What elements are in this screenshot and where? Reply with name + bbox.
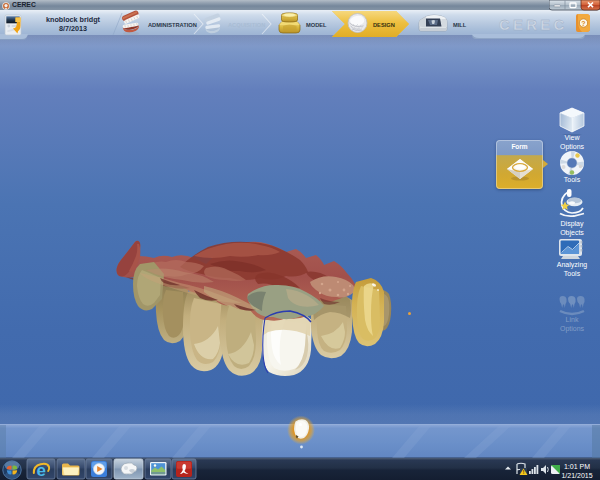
svg-text:ADMINISTRATION: ADMINISTRATION [148,22,197,28]
svg-text:Analyzing: Analyzing [557,261,587,269]
svg-text:Tools: Tools [564,176,581,183]
svg-text:?: ? [581,20,585,27]
svg-text:ACQUISITION: ACQUISITION [228,22,265,28]
svg-text:Options: Options [560,143,585,151]
svg-text:Tools: Tools [564,270,581,277]
svg-text:Link: Link [566,316,579,323]
svg-text:Options: Options [560,325,585,333]
svg-text:MILL: MILL [453,22,467,28]
svg-text:MODEL: MODEL [306,22,327,28]
svg-text:DESIGN: DESIGN [373,22,395,28]
svg-text:View: View [564,134,580,141]
svg-text:CEREC: CEREC [499,16,568,33]
svg-text:Objects: Objects [560,229,584,237]
svg-text:Display: Display [561,220,584,228]
